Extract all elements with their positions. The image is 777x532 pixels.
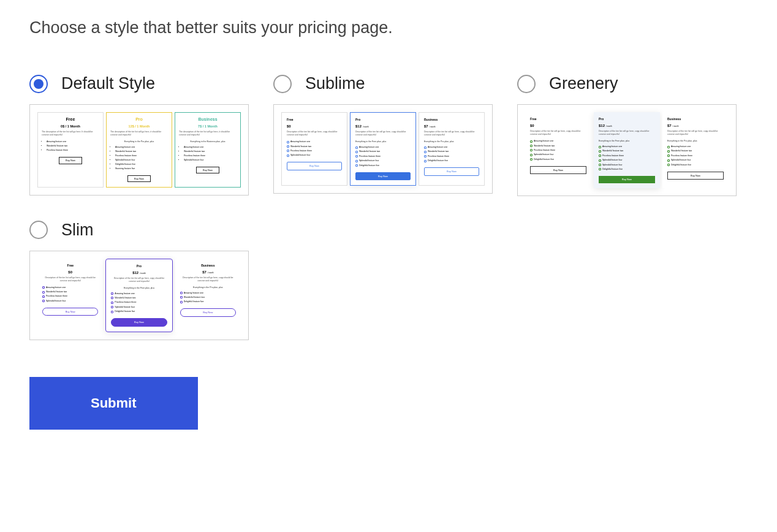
- tier-sub: Everything in the Free plan, plus: [599, 140, 655, 143]
- tier-name: Business: [179, 116, 237, 123]
- buy-button: Buy Now: [127, 175, 151, 183]
- tier-sub: Everything in the Free plan, plus: [355, 140, 411, 143]
- option-default: Default Style Free 0$ / 1 Month The desc…: [29, 74, 249, 196]
- tier-name: Business: [667, 117, 724, 121]
- tier-features: ✓Amazing feature one✓Wonderful feature t…: [424, 146, 479, 162]
- tier-desc: Description of the tier list will go her…: [180, 276, 236, 283]
- buy-button: Buy Now: [355, 172, 411, 181]
- preview-greenery[interactable]: Free $0 Description of the tier list wil…: [517, 104, 737, 196]
- tier-name: Free: [530, 117, 586, 121]
- tier-sub: Everything in the Free plan, plus: [111, 287, 167, 290]
- tier-price: 12$ / 1 Month: [110, 124, 168, 129]
- option-label-slim: Slim: [61, 221, 94, 240]
- tier-sub: Everything in the Pro plan, plus: [424, 140, 479, 143]
- radio-greenery[interactable]: [517, 75, 536, 93]
- tier-desc: Description of the tier list will go her…: [424, 131, 479, 137]
- tier-name: Pro: [110, 116, 168, 123]
- tier-features: ✓Amazing feature one✓Wonderful feature t…: [530, 140, 586, 161]
- tier-features: ✓Amazing feature one✓Wonderful feature t…: [180, 292, 236, 304]
- buy-button: Buy Now: [599, 176, 655, 183]
- buy-button: Buy Now: [196, 167, 219, 174]
- tier-desc: Description of the tier list will go her…: [599, 130, 655, 136]
- tier-features: ✓Amazing feature one✓Wonderful feature t…: [287, 140, 342, 157]
- buy-button: Buy Now: [424, 167, 479, 176]
- option-label-default: Default Style: [61, 74, 155, 93]
- tier-desc: The description of the tier list will go…: [179, 131, 237, 137]
- tier-features: Amazing feature oneWonderful feature two…: [47, 140, 99, 152]
- tier-name: Pro: [355, 118, 411, 122]
- tier-price: 0$ / 1 Month: [42, 124, 99, 129]
- tier-price: $0: [42, 270, 98, 275]
- tier-desc: Description of the tier list will go her…: [42, 276, 98, 283]
- preview-slim[interactable]: Free $0 Description of the tier list wil…: [29, 251, 249, 340]
- submit-button[interactable]: Submit: [29, 377, 198, 430]
- tier-name: Business: [180, 264, 236, 268]
- tier-features: ✓Amazing feature one✓Wonderful feature t…: [599, 145, 655, 171]
- tier-desc: Description of the tier list will go her…: [667, 130, 724, 136]
- option-slim: Slim Free $0 Description of the tier lis…: [29, 221, 249, 340]
- radio-slim[interactable]: [29, 221, 48, 239]
- option-label-greenery: Greenery: [549, 74, 618, 93]
- buy-button: Buy Now: [667, 172, 724, 180]
- tier-desc: Description of the tier list will go her…: [530, 130, 586, 136]
- tier-name: Pro: [111, 264, 167, 268]
- style-options-grid: Default Style Free 0$ / 1 Month The desc…: [29, 74, 748, 340]
- buy-button: Buy Now: [530, 166, 586, 175]
- tier-features: Amazing feature oneWonderful feature two…: [115, 146, 168, 170]
- tier-features: ✓Amazing feature one✓Wonderful feature t…: [355, 146, 411, 167]
- tier-features: ✓Amazing feature one✓Wonderful feature t…: [667, 145, 724, 166]
- page-title: Choose a style that better suits your pr…: [29, 18, 748, 37]
- tier-desc: The description of the tier list will go…: [42, 131, 99, 137]
- tier-features: ✓Amazing feature one✓Wonderful feature t…: [111, 292, 167, 313]
- tier-name: Pro: [599, 117, 655, 121]
- option-greenery: Greenery Free $0 Description of the tier…: [517, 74, 737, 196]
- tier-sub: Everything in the Pro plan, plus: [180, 286, 236, 289]
- tier-name: Business: [424, 118, 479, 122]
- tier-desc: Description of the tier list will go her…: [287, 131, 342, 137]
- tier-sub: Everything in the Pro plan, plus: [110, 140, 168, 143]
- preview-default[interactable]: Free 0$ / 1 Month The description of the…: [29, 104, 249, 196]
- tier-price: 7$ / 1 Month: [179, 124, 237, 129]
- buy-button: Buy Now: [59, 157, 82, 164]
- tier-desc: The description of the tier list will go…: [110, 131, 168, 137]
- tier-features: Amazing feature oneWonderful feature two…: [184, 146, 237, 162]
- radio-sublime[interactable]: [273, 75, 292, 93]
- tier-price: $0: [530, 123, 586, 128]
- buy-button: Buy Now: [180, 308, 236, 317]
- tier-name: Free: [287, 118, 342, 122]
- tier-name: Free: [42, 116, 99, 123]
- tier-sub: Everything in the Business plan, plus: [179, 140, 237, 143]
- tier-price: $0: [287, 124, 342, 129]
- tier-name: Free: [42, 264, 98, 268]
- option-sublime: Sublime Free $0 Description of the tier …: [273, 74, 493, 196]
- tier-desc: Description of the tier list will go her…: [355, 131, 411, 137]
- tier-desc: Description of the tier list will go her…: [111, 277, 167, 283]
- option-label-sublime: Sublime: [305, 74, 365, 93]
- tier-features: ✓Amazing feature one✓Wonderful feature t…: [42, 286, 98, 303]
- buy-button: Buy Now: [111, 318, 167, 327]
- tier-sub: Everything in the Pro plan, plus: [667, 140, 724, 143]
- radio-default[interactable]: [29, 75, 48, 93]
- preview-sublime[interactable]: Free $0 Description of the tier list wil…: [273, 104, 493, 194]
- buy-button: Buy Now: [42, 308, 98, 316]
- buy-button: Buy Now: [287, 162, 342, 170]
